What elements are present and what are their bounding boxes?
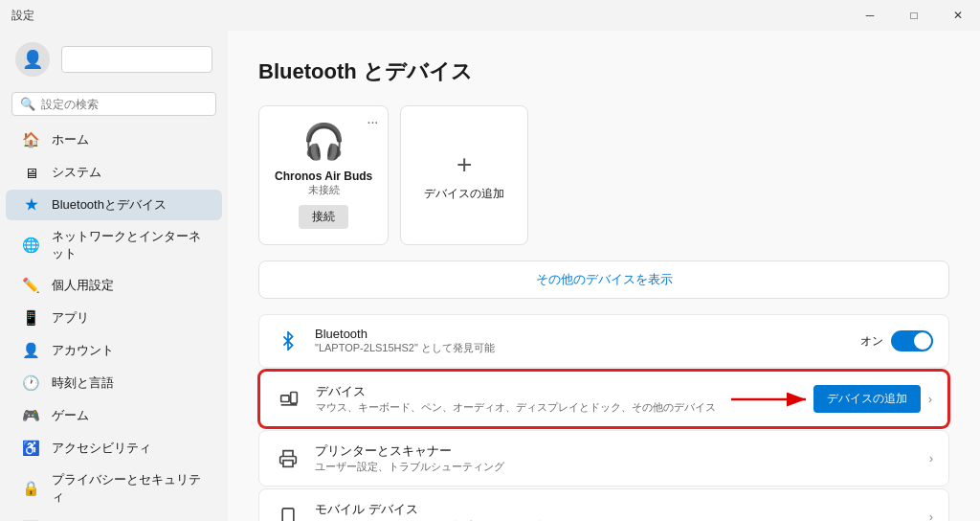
bluetooth-settings-icon bbox=[275, 328, 301, 354]
sidebar-item-accessibility[interactable]: ♿ アクセシビリティ bbox=[6, 433, 222, 464]
sidebar-item-accounts[interactable]: 👤 アカウント bbox=[6, 335, 222, 366]
settings-row-devices: デバイス マウス、キーボード、ペン、オーディオ、ディスプレイとドック、その他のデ… bbox=[258, 370, 949, 428]
page-title: Bluetooth とデバイス bbox=[258, 57, 949, 86]
bluetooth-title: Bluetooth bbox=[315, 327, 847, 341]
sidebar: 👤 🔍 🏠 ホーム 🖥 システム ★ Bluetoothとデバイス 🌐 ネットワ… bbox=[0, 31, 228, 521]
sidebar-item-label: 個人用設定 bbox=[52, 277, 114, 294]
mobile-row-text: モバイル デバイス PC からモバイル デバイスにすばやくアクセスする bbox=[315, 501, 916, 521]
home-icon: 🏠 bbox=[21, 130, 40, 149]
user-name-box bbox=[61, 46, 212, 73]
printer-row-right: › bbox=[929, 451, 933, 465]
bluetooth-toggle-label: オン bbox=[860, 333, 883, 350]
accounts-icon: 👤 bbox=[21, 341, 40, 360]
maximize-button[interactable]: □ bbox=[892, 0, 936, 31]
printer-icon bbox=[275, 445, 301, 472]
user-section: 👤 bbox=[0, 31, 228, 88]
add-device-card[interactable]: + デバイスの追加 bbox=[400, 105, 528, 245]
bluetooth-row-right: オン bbox=[860, 330, 933, 351]
settings-list: Bluetooth "LAPTOP-2LS15HS2" として発見可能 オン bbox=[258, 314, 949, 521]
settings-row-bluetooth: Bluetooth "LAPTOP-2LS15HS2" として発見可能 オン bbox=[258, 314, 949, 368]
device-card-headphones: ··· 🎧 Chronos Air Buds 未接続 接続 bbox=[258, 105, 389, 245]
headphones-icon: 🎧 bbox=[302, 122, 345, 162]
sidebar-item-windows-update[interactable]: 🔄 Windows Update bbox=[6, 513, 222, 521]
svg-rect-5 bbox=[283, 460, 293, 466]
sidebar-item-label: プライバシーとセキュリティ bbox=[52, 471, 207, 506]
search-icon: 🔍 bbox=[20, 97, 35, 111]
printer-desc: ユーザー設定、トラブルシューティング bbox=[315, 460, 916, 474]
device-name: Chronos Air Buds bbox=[275, 170, 372, 183]
system-icon: 🖥 bbox=[21, 163, 40, 182]
sidebar-item-privacy[interactable]: 🔒 プライバシーとセキュリティ bbox=[6, 465, 222, 511]
devices-desc: マウス、キーボード、ペン、オーディオ、ディスプレイとドック、その他のデバイス bbox=[316, 400, 800, 415]
avatar: 👤 bbox=[15, 42, 50, 77]
device-card-more-button[interactable]: ··· bbox=[368, 114, 379, 129]
sidebar-item-label: システム bbox=[52, 164, 101, 181]
mobile-title: モバイル デバイス bbox=[315, 501, 916, 518]
sidebar-item-label: アクセシビリティ bbox=[52, 440, 151, 457]
sidebar-item-label: Bluetoothとデバイス bbox=[52, 196, 167, 214]
titlebar: 設定 ─ □ ✕ bbox=[0, 0, 980, 31]
sidebar-item-bluetooth[interactable]: ★ Bluetoothとデバイス bbox=[6, 190, 222, 220]
sidebar-item-gaming[interactable]: 🎮 ゲーム bbox=[6, 400, 222, 431]
devices-chevron-icon: › bbox=[928, 392, 932, 406]
more-devices-link[interactable]: その他のデバイスを表示 bbox=[258, 260, 949, 299]
add-device-label: デバイスの追加 bbox=[424, 186, 504, 202]
accessibility-icon: ♿ bbox=[21, 439, 40, 458]
bluetooth-toggle[interactable] bbox=[891, 330, 933, 351]
mobile-row-right: › bbox=[929, 510, 933, 521]
time-icon: 🕐 bbox=[21, 374, 40, 393]
add-device-inline-button[interactable]: デバイスの追加 bbox=[813, 385, 921, 413]
main-layout: 👤 🔍 🏠 ホーム 🖥 システム ★ Bluetoothとデバイス 🌐 ネットワ… bbox=[0, 31, 980, 521]
titlebar-title: 設定 bbox=[11, 8, 34, 24]
bluetooth-desc: "LAPTOP-2LS15HS2" として発見可能 bbox=[315, 341, 847, 355]
bluetooth-icon: ★ bbox=[21, 195, 40, 215]
sidebar-item-system[interactable]: 🖥 システム bbox=[6, 157, 222, 188]
red-arrow bbox=[731, 385, 817, 414]
device-status: 未接続 bbox=[308, 183, 340, 197]
avatar-icon: 👤 bbox=[22, 49, 43, 70]
content-area: Bluetooth とデバイス ··· 🎧 Chronos Air Buds 未… bbox=[228, 31, 980, 521]
sidebar-item-label: アカウント bbox=[52, 342, 114, 359]
personal-icon: ✏️ bbox=[21, 276, 40, 295]
sidebar-item-personal[interactable]: ✏️ 個人用設定 bbox=[6, 270, 222, 301]
settings-row-mobile[interactable]: モバイル デバイス PC からモバイル デバイスにすばやくアクセスする › bbox=[258, 488, 949, 521]
privacy-icon: 🔒 bbox=[21, 479, 40, 498]
connect-button[interactable]: 接続 bbox=[299, 205, 348, 229]
apps-icon: 📱 bbox=[21, 308, 40, 328]
svg-rect-6 bbox=[282, 508, 294, 521]
sidebar-item-label: ゲーム bbox=[52, 407, 89, 424]
svg-rect-1 bbox=[291, 392, 298, 403]
sidebar-item-network[interactable]: 🌐 ネットワークとインターネット bbox=[6, 222, 222, 268]
mobile-icon bbox=[275, 504, 301, 522]
sidebar-item-apps[interactable]: 📱 アプリ bbox=[6, 303, 222, 333]
devices-title: デバイス bbox=[316, 383, 800, 400]
mobile-chevron-icon: › bbox=[929, 510, 933, 521]
settings-row-printer[interactable]: プリンターとスキャナー ユーザー設定、トラブルシューティング › bbox=[258, 430, 949, 487]
network-icon: 🌐 bbox=[21, 236, 40, 255]
titlebar-controls: ─ □ ✕ bbox=[848, 0, 980, 31]
devices-row-right: デバイスの追加 › bbox=[813, 385, 932, 413]
printer-row-text: プリンターとスキャナー ユーザー設定、トラブルシューティング bbox=[315, 442, 916, 474]
bluetooth-row-text: Bluetooth "LAPTOP-2LS15HS2" として発見可能 bbox=[315, 327, 847, 355]
sidebar-item-label: ネットワークとインターネット bbox=[52, 228, 207, 262]
close-button[interactable]: ✕ bbox=[936, 0, 980, 31]
svg-rect-0 bbox=[281, 395, 289, 401]
sidebar-item-label: 時刻と言語 bbox=[52, 374, 114, 392]
search-input[interactable] bbox=[41, 98, 208, 111]
search-box[interactable]: 🔍 bbox=[11, 92, 216, 116]
sidebar-item-time[interactable]: 🕐 時刻と言語 bbox=[6, 368, 222, 398]
sidebar-item-label: ホーム bbox=[52, 131, 89, 148]
sidebar-item-label: アプリ bbox=[52, 309, 89, 327]
printer-chevron-icon: › bbox=[929, 451, 933, 465]
devices-row-text: デバイス マウス、キーボード、ペン、オーディオ、ディスプレイとドック、その他のデ… bbox=[316, 383, 800, 415]
device-cards-row: ··· 🎧 Chronos Air Buds 未接続 接続 + デバイスの追加 bbox=[258, 105, 949, 245]
sidebar-item-home[interactable]: 🏠 ホーム bbox=[6, 125, 222, 155]
devices-icon bbox=[276, 386, 302, 413]
printer-title: プリンターとスキャナー bbox=[315, 442, 916, 460]
gaming-icon: 🎮 bbox=[21, 406, 40, 425]
minimize-button[interactable]: ─ bbox=[848, 0, 892, 31]
add-device-plus-icon: + bbox=[457, 149, 472, 180]
